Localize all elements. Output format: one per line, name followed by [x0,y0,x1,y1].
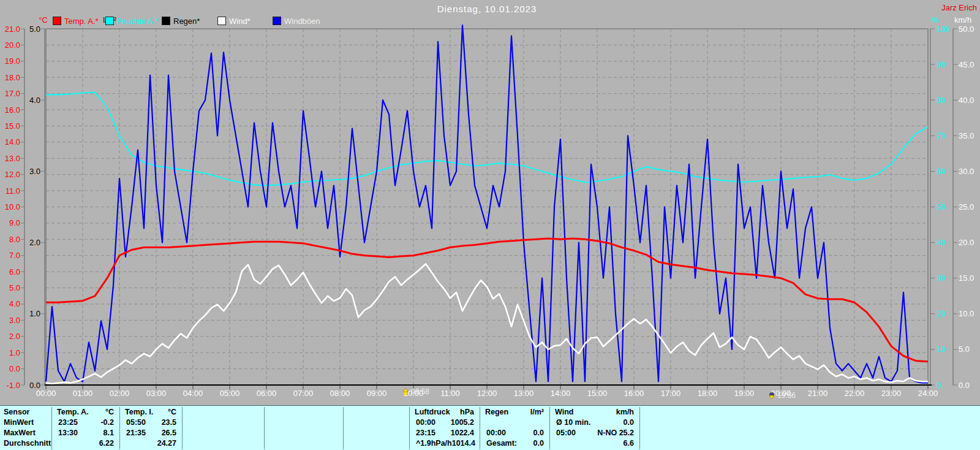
time-axis-tick-label: 13:00 [514,389,534,398]
temp-axis-tick-label: 6.0 [9,267,20,276]
temp-axis-tick-label: 7.0 [9,251,20,260]
humidity-axis-tick-label: 80 [937,96,945,105]
table-row: 00:000.0 [480,428,550,438]
table-row: 00:001005.2 [410,418,480,428]
table-column-wind: Windkm/hØ 10 min.0.005:00N-NO 25.26.6 [549,407,640,449]
time-axis-tick-label: 17:00 [661,389,681,398]
time-axis-tick-label: 09:00 [367,389,387,398]
table-column-header: Temp. A. [52,407,88,418]
temp-axis-tick-label: 0.0 [9,364,20,373]
wind-axis-tick-label: 40.0 [959,96,974,105]
temp-axis-tick-label: 8.0 [9,235,20,244]
temp-axis-tick-label: 10.0 [5,202,20,212]
wind-axis-tick-label: 30.0 [959,167,974,176]
table-row [265,428,344,438]
table-cell-time [183,438,189,449]
time-axis-tick-label: 08:00 [330,389,350,398]
rain-axis-tick-label: 5.0 [29,25,40,34]
rain-axis-tick-label: 3.0 [29,167,40,176]
wind-axis-tick-label: 25.0 [959,202,974,212]
table-column-sensor: SensorMinWertMaxWertDurchschnitt [0,407,51,449]
table-cell-time [640,438,646,449]
legend-swatch-temp_a [53,17,61,25]
legend-item-wind: Wind* [217,17,251,25]
station-name: Jarz Erich [941,3,977,12]
table-cell-value: 0.0 [533,428,550,438]
table-row: 6.6 [550,438,640,449]
table-row: 13:308.1 [52,428,120,438]
humidity-axis-tick-label: 100 [937,25,950,34]
time-axis-tick-label: 12:00 [477,389,497,398]
legend-swatch-gusts [273,17,281,25]
table-row [344,418,410,428]
time-axis-tick-label: 03:00 [146,389,167,398]
time-axis-tick-label: 11:00 [440,389,460,398]
table-column-empty3 [343,407,410,449]
rain-axis-tick-label: 4.0 [29,96,40,105]
time-marker-morning: 09:58 [402,387,429,396]
temp-axis-tick-label: 1.0 [9,348,20,357]
table-cell-time [120,438,126,449]
table-row-label: MinWert [0,418,34,428]
table-row-label: MaxWert [0,428,36,438]
legend-label-wind: Wind* [229,17,251,26]
humidity-axis-tick-label: 70 [937,131,945,140]
time-axis-tick-label: 04:00 [183,389,203,398]
time-axis-tick-label: 01:00 [73,389,93,398]
table-column-temp_a: Temp. A.°C23:25-0.213:308.16.22 [51,407,120,449]
time-axis-tick-label: 07:00 [293,389,314,398]
legend-label-rain: Regen* [173,17,200,26]
table-cell-time [550,438,556,449]
temp-axis-tick-label: 3.0 [9,316,20,325]
temp-axis-unit-label: °C [24,15,48,25]
time-axis-tick-label: 00:00 [36,389,56,398]
table-cell-value: N-NO 25.2 [597,428,640,438]
wind-axis-tick-label: 10.0 [959,309,974,318]
rain-axis-tick-label: 1.0 [29,309,40,318]
table-cell-time [344,418,350,428]
weather-app-window: 21.020.019.018.017.016.015.014.013.012.0… [0,0,980,450]
time-axis-tick-label: 02:00 [110,389,130,398]
time-axis-tick-label: 06:00 [257,389,277,398]
table-row: ^1.9hPa/h1014.4 [410,438,480,449]
table-cell-value: 24.27 [157,438,183,449]
table-column-unit: hPa [460,407,480,418]
wind-axis-tick-label: 0.0 [959,381,970,390]
table-cell-value: 26.5 [162,428,183,438]
table-cell-time: Ø 10 min. [550,418,590,428]
table-column-header [183,407,187,418]
table-cell-time: 00:00 [480,428,506,438]
table-row: 05:00N-NO 25.2 [550,428,640,438]
table-cell-value [974,418,980,428]
temp-axis-tick-label: 21.0 [5,25,20,34]
wind-axis-tick-label: 35.0 [959,131,974,140]
table-row: 6.22 [52,438,120,449]
temp-axis-tick-label: 15.0 [5,121,20,131]
temp-axis-tick-label: 17.0 [5,89,20,98]
table-cell-value [974,428,980,438]
marker-time-label: 19:56 [777,391,796,400]
temp-axis-tick-label: 9.0 [9,218,20,227]
wind-axis-tick-label: 15.0 [959,273,974,283]
time-axis-tick-label: 21:00 [808,389,828,398]
temp-axis-tick-label: -1.0 [7,381,20,390]
weather-chart: 21.020.019.018.017.016.015.014.013.012.0… [0,0,980,405]
table-row [640,428,980,438]
table-column-unit: °C [168,407,183,418]
time-axis-tick-label: 19:00 [734,389,755,398]
table-cell-value: 1014.4 [452,438,480,449]
table-row: 05:5023.5 [120,418,183,428]
sun-down-icon [768,392,775,399]
table-cell-time: 05:50 [120,418,146,428]
temp-axis-tick-label: 20.0 [5,40,20,50]
table-column-unit: l/m² [530,407,550,418]
table-row [640,418,980,428]
table-row [265,418,344,428]
table-cell-time [52,438,58,449]
table-column-header: Luftdruck [410,407,450,418]
time-axis-tick-label: 05:00 [220,389,240,398]
table-column-luftdruck: LuftdruckhPa00:001005.223:151022.4^1.9hP… [409,407,480,449]
table-cell-value: 0.0 [533,438,550,449]
temp-axis-tick-label: 11.0 [6,186,20,196]
humidity-axis-tick-label: 20 [937,309,945,318]
